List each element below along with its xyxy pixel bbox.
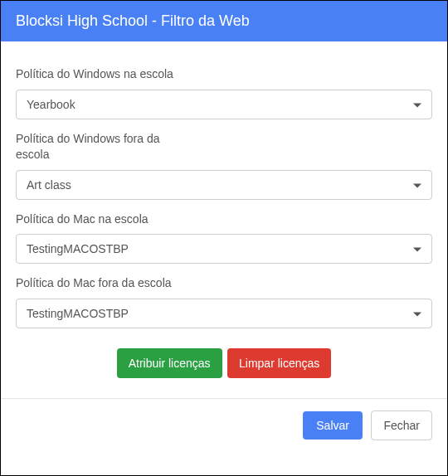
- select-windows-in-school[interactable]: Yearbook: [16, 90, 432, 119]
- select-mac-out-school[interactable]: TestingMACOSTBP: [16, 299, 432, 328]
- select-windows-out-school[interactable]: Art class: [16, 170, 432, 200]
- label-mac-in-school: Política do Mac na escola: [16, 211, 182, 228]
- label-mac-out-school: Política do Mac fora da escola: [16, 275, 182, 292]
- dialog-footer: Salvar Fechar: [1, 398, 447, 452]
- dialog-title: Blocksi High School - Filtro da Web: [16, 12, 250, 29]
- label-windows-out-school: Política do Windows fora da escola: [16, 131, 182, 163]
- save-button[interactable]: Salvar: [303, 411, 363, 440]
- dialog-header: Blocksi High School - Filtro da Web: [1, 1, 447, 41]
- field-windows-out-school: Política do Windows fora da escola Art c…: [16, 131, 432, 200]
- assign-licenses-button[interactable]: Atribuir licenças: [117, 348, 222, 378]
- select-wrap: TestingMACOSTBP: [16, 234, 432, 264]
- field-mac-in-school: Política do Mac na escola TestingMACOSTB…: [16, 211, 432, 265]
- select-wrap: Art class: [16, 170, 432, 200]
- select-wrap: TestingMACOSTBP: [16, 299, 432, 328]
- field-mac-out-school: Política do Mac fora da escola TestingMA…: [16, 275, 432, 328]
- select-wrap: Yearbook: [16, 90, 432, 119]
- label-windows-in-school: Política do Windows na escola: [16, 66, 182, 83]
- dialog-content: Política do Windows na escola Yearbook P…: [1, 41, 447, 398]
- close-button[interactable]: Fechar: [371, 410, 432, 440]
- license-actions: Atribuir licenças Limpar licenças: [16, 348, 432, 378]
- select-mac-in-school[interactable]: TestingMACOSTBP: [16, 234, 432, 264]
- field-windows-in-school: Política do Windows na escola Yearbook: [16, 66, 432, 119]
- clear-licenses-button[interactable]: Limpar licenças: [227, 348, 331, 378]
